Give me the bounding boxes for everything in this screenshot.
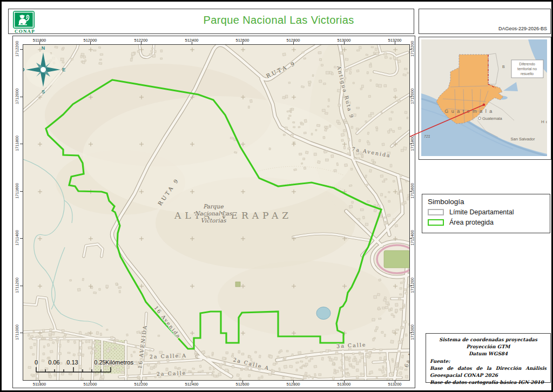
- legend-item-protected: Área protegida: [428, 219, 544, 226]
- scale-0: 0: [35, 359, 38, 366]
- guatemala-inset-map: G u a t e m a l a Guatemala San Salvador…: [421, 39, 547, 156]
- monkey-icon: [13, 11, 35, 29]
- coordinate-tick: [344, 42, 345, 44]
- scale-unit: Kilómetros: [105, 359, 133, 366]
- coordinate-tick: [293, 42, 294, 44]
- coordinate-tick: [20, 191, 23, 192]
- coord-system-line: Sistema de coordenadas proyectadas: [430, 336, 547, 343]
- compass-south: S: [42, 89, 45, 94]
- map-metadata-box: Sistema de coordenadas proyectadas Proye…: [426, 333, 551, 383]
- coordinate-tick: [90, 42, 91, 44]
- coordinate-label-y: 1711600: [15, 180, 19, 202]
- calle2aA-west-label: 2a Calle A: [150, 353, 187, 360]
- compass-west: O: [23, 67, 25, 72]
- coordinate-tick: [395, 380, 395, 383]
- coordinate-tick: [20, 49, 23, 50]
- coordinate-tick: [141, 42, 141, 44]
- coordinate-tick: [409, 144, 412, 144]
- stadium: [377, 245, 409, 273]
- header-bar: CONAP Parque Nacional Las Victorias: [8, 9, 414, 34]
- coordinate-label-y: 1711800: [15, 132, 19, 155]
- inset-route-721: 721: [424, 134, 430, 138]
- datum-line: Datum WGS84: [430, 350, 547, 357]
- coordinate-tick: [409, 286, 412, 286]
- park-name-line2: Nacional Las: [194, 210, 232, 217]
- calle3-label: 3a Calle: [336, 342, 367, 349]
- pond: [316, 307, 331, 320]
- page-title: Parque Nacional Las Victorias: [144, 14, 414, 26]
- map-sheet-page: CONAP Parque Nacional Las Victorias DAGe…: [0, 0, 553, 392]
- coordinate-label-y: 1711400: [15, 227, 19, 249]
- coordinate-tick: [20, 286, 23, 286]
- coordinate-label-y: 1711000: [15, 321, 19, 344]
- guatemala-locator-inset: G u a t e m a l a Guatemala San Salvador…: [419, 37, 551, 160]
- fuente-label: Fuente:: [430, 358, 547, 365]
- map-canvas: ALTA VERAPAZ Parque Nacional Las Victori…: [23, 44, 410, 381]
- legend-item-label: Límite Departamental: [449, 208, 514, 216]
- coordinate-tick: [344, 380, 345, 383]
- legend-panel: Simbología Límite Departamental Área pro…: [422, 194, 550, 233]
- note-line2: territorial no: [517, 67, 537, 71]
- coordinate-tick: [242, 380, 243, 383]
- coordinate-tick: [141, 380, 141, 383]
- ruta9-upper-label: RUTA 9: [265, 60, 297, 79]
- coordinate-label-y: 1712000: [15, 85, 19, 108]
- note-line1: Diferendo: [519, 62, 535, 66]
- legend-item-label: Área protegida: [449, 219, 494, 226]
- coordinate-label-y: 1712200: [15, 38, 19, 60]
- capital-city-dot: [478, 117, 481, 120]
- compass-east: E: [62, 67, 65, 72]
- document-id: DAGeos-229-2026-BS: [498, 26, 547, 31]
- inset-belize-partial: B: [502, 65, 505, 69]
- main-map-panel: ALTA VERAPAZ Parque Nacional Las Victori…: [12, 36, 415, 388]
- territorial-note-callout: Diferendo territorial no resuelto: [511, 60, 543, 78]
- coordinate-tick: [409, 238, 412, 239]
- conap-logo-icon: [13, 11, 35, 29]
- compass-rose: N S E O: [23, 45, 65, 94]
- coordinate-tick: [395, 42, 395, 44]
- source-line1: Base de datos de la Dirección Análisis G…: [430, 365, 547, 379]
- coordinate-tick: [90, 380, 91, 383]
- calle2-label: 2a Calle: [157, 370, 187, 377]
- coordinate-label-y: 1711200: [15, 274, 19, 297]
- compass-north: N: [42, 45, 45, 51]
- park-name-line1: Parque: [203, 203, 224, 210]
- coordinate-tick: [20, 238, 23, 239]
- inset-country-label: G u a t e m a l a: [444, 109, 493, 114]
- coordinate-tick: [20, 333, 23, 333]
- coordinate-tick: [192, 380, 192, 383]
- protected-area-swatch: [428, 219, 444, 226]
- scale-025: 0.25: [94, 359, 105, 366]
- inset-honduras-partial: Ho: [541, 119, 547, 124]
- departmental-boundary-swatch: [428, 209, 444, 215]
- scale-013: 0.13: [66, 359, 78, 366]
- scale-006: 0.06: [48, 359, 59, 366]
- coordinate-tick: [20, 97, 23, 97]
- coordinate-tick: [192, 42, 192, 44]
- coordinate-tick: [39, 380, 40, 383]
- coordinate-tick: [409, 97, 412, 97]
- coordinate-tick: [39, 42, 40, 44]
- conap-logo: CONAP: [13, 11, 37, 33]
- coordinate-tick: [409, 333, 412, 333]
- coordinate-tick: [409, 191, 412, 192]
- projection-line: Proyección GTM: [430, 343, 547, 350]
- topographic-map: ALTA VERAPAZ Parque Nacional Las Victori…: [23, 45, 409, 380]
- coordinate-tick: [409, 49, 412, 50]
- inset-capital-label: Guatemala: [482, 116, 503, 121]
- source-line2: Base de datos cartografía básica IGN 201…: [430, 379, 547, 386]
- small-green-square: [235, 282, 240, 287]
- legend-title: Simbología: [428, 198, 544, 206]
- conap-logo-text: CONAP: [13, 29, 37, 34]
- legend-item-departmental: Límite Departamental: [428, 208, 544, 216]
- park-name-line3: Victorias: [200, 217, 226, 224]
- inset-san-salvador-label: San Salvador: [510, 137, 535, 141]
- note-line3: resuelto: [521, 72, 534, 76]
- document-id-box: DAGeos-229-2026-BS: [419, 9, 551, 34]
- cemetery-field: [95, 340, 125, 374]
- department-label: ALTA VERAPAZ: [174, 210, 292, 221]
- coordinate-tick: [20, 144, 23, 144]
- coordinate-tick: [293, 380, 294, 383]
- coordinate-tick: [242, 42, 243, 44]
